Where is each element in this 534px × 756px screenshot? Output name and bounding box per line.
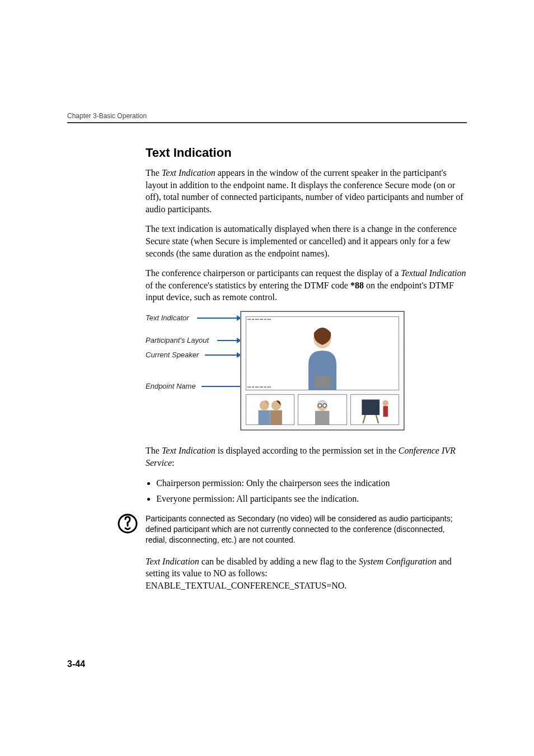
svg-line-13 xyxy=(376,415,378,423)
text: can be disabled by adding a new flag to … xyxy=(199,557,359,566)
figure-layout: Text Indicator Participant's Layout Curr… xyxy=(146,311,467,435)
thumbnail xyxy=(246,394,294,425)
svg-rect-10 xyxy=(315,411,329,424)
note-icon xyxy=(118,514,138,534)
board-icon xyxy=(351,395,399,424)
note-block: Participants connected as Secondary (no … xyxy=(146,514,467,545)
text: of the conference's statistics by enteri… xyxy=(146,281,350,290)
text: The xyxy=(146,168,162,178)
text: The xyxy=(146,446,162,455)
callout-text-indicator: Text Indicator xyxy=(146,314,189,322)
term-system-configuration: System Configuration xyxy=(359,557,437,566)
paragraph-3: The conference chairperson or participan… xyxy=(146,267,467,304)
svg-point-14 xyxy=(382,400,388,406)
arrow-icon xyxy=(217,340,241,341)
page-number: 3-44 xyxy=(67,659,467,669)
arrow-icon xyxy=(205,354,241,356)
callout-label: Current Speaker xyxy=(146,351,199,359)
person-icon xyxy=(297,323,348,390)
paragraph-1: The Text Indication appears in the windo… xyxy=(146,167,467,215)
term-text-indication: Text Indication xyxy=(146,557,199,566)
callout-participants-layout: Participant's Layout xyxy=(146,336,209,344)
callout-current-speaker: Current Speaker xyxy=(146,351,199,359)
person-icon xyxy=(298,395,346,424)
paragraph-2: The text indication is automatically dis… xyxy=(146,223,467,259)
text: : xyxy=(172,458,174,468)
list-item: Chairperson permission: Only the chairpe… xyxy=(156,477,467,490)
figure-thumbnails xyxy=(246,394,399,425)
callout-label: Endpoint Name xyxy=(146,382,196,390)
callout-label: Text Indicator xyxy=(146,314,189,322)
term-text-indication: Text Indication xyxy=(162,446,216,455)
svg-point-8 xyxy=(318,404,322,407)
note-text: Participants connected as Secondary (no … xyxy=(146,514,467,545)
permission-list: Chairperson permission: Only the chairpe… xyxy=(146,477,467,506)
term-textual-indication: Textual Indication xyxy=(401,268,466,278)
text: The conference chairperson or participan… xyxy=(146,268,401,278)
svg-rect-4 xyxy=(258,410,270,424)
figure-main-pane: ▪▪▪ ▪▪ ▪▪▪ ▪▪▪ ▪▪ ▪▪▪ ▪▪▪ ▪▪ ▪▪▪ ▪▪▪ ▪▪ … xyxy=(246,316,399,390)
thumbnail xyxy=(298,394,346,425)
content-column: Text Indication The Text Indication appe… xyxy=(146,146,467,592)
term-text-indication: Text Indication xyxy=(162,168,216,178)
svg-rect-15 xyxy=(383,406,387,417)
page: Chapter 3-Basic Operation Text Indicatio… xyxy=(0,0,534,703)
header-rule xyxy=(67,122,467,123)
thumbnail xyxy=(350,394,399,425)
svg-rect-11 xyxy=(362,399,380,415)
paragraph-5: Text Indication can be disabled by addin… xyxy=(146,556,467,592)
callout-label: Participant's Layout xyxy=(146,336,209,344)
people-icon xyxy=(246,395,294,424)
arrow-icon xyxy=(197,318,241,319)
overlay-text: ▪▪▪ ▪▪ ▪▪▪ ▪▪▪ ▪▪ ▪▪▪ xyxy=(247,385,397,389)
dtmf-code: *88 xyxy=(350,281,364,290)
running-header: Chapter 3-Basic Operation xyxy=(67,112,467,120)
list-item: Everyone permission: All participants se… xyxy=(156,492,467,506)
svg-rect-5 xyxy=(270,410,282,424)
text: is displayed according to the permission… xyxy=(216,446,399,455)
paragraph-4: The Text Indication is displayed accordi… xyxy=(146,445,467,469)
svg-line-12 xyxy=(363,415,365,423)
overlay-text: ▪▪▪ ▪▪ ▪▪▪ ▪▪▪ ▪▪ ▪▪▪ xyxy=(247,318,397,321)
callout-endpoint-name: Endpoint Name xyxy=(146,382,196,390)
section-title: Text Indication xyxy=(146,146,467,160)
figure-screenshot: ▪▪▪ ▪▪ ▪▪▪ ▪▪▪ ▪▪ ▪▪▪ ▪▪▪ ▪▪ ▪▪▪ ▪▪▪ ▪▪ … xyxy=(241,311,404,430)
svg-point-9 xyxy=(323,404,326,407)
